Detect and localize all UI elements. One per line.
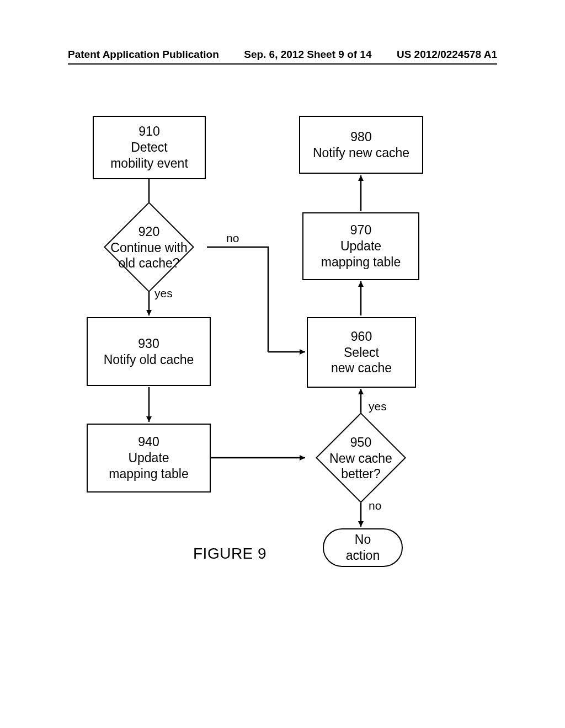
node-text: Update — [340, 238, 381, 254]
process-970: 970 Update mapping table — [302, 212, 419, 280]
node-text: Select — [344, 345, 379, 361]
terminal-text: No — [355, 532, 371, 548]
edge-label-yes: yes — [369, 400, 387, 413]
terminal-text: action — [346, 548, 380, 564]
edge-label-no: no — [226, 232, 239, 245]
header-rule — [68, 63, 497, 65]
figure-caption: FIGURE 9 — [193, 545, 266, 563]
node-text: Update — [128, 450, 169, 466]
node-num: 930 — [138, 336, 159, 352]
node-num: 980 — [350, 129, 371, 145]
node-text: Continue with — [110, 240, 187, 256]
node-num: 950 — [350, 435, 371, 451]
process-910: 910 Detect mobility event — [93, 116, 206, 179]
node-num: 940 — [138, 434, 159, 450]
node-num: 910 — [138, 124, 159, 140]
edge-label-no: no — [369, 499, 381, 512]
node-text: New cache — [329, 451, 392, 467]
edge-label-yes: yes — [154, 287, 173, 300]
node-text: old cache? — [118, 255, 179, 271]
flowchart-diagram: 910 Detect mobility event 980 Notify new… — [77, 116, 452, 568]
node-text: mapping table — [109, 466, 189, 482]
node-num: 920 — [138, 224, 159, 240]
decision-950: 950 New cache better? — [313, 434, 408, 483]
process-980: 980 Notify new cache — [299, 116, 423, 174]
node-num: 960 — [351, 329, 372, 345]
header-center: Sep. 6, 2012 Sheet 9 of 14 — [244, 49, 371, 61]
terminal-no-action: No action — [323, 528, 403, 567]
node-text: Notify new cache — [313, 145, 409, 161]
process-960: 960 Select new cache — [307, 317, 416, 388]
node-text: new cache — [331, 360, 392, 376]
node-text: Notify old cache — [104, 352, 194, 368]
process-930: 930 Notify old cache — [87, 317, 211, 386]
node-text: mapping table — [321, 254, 401, 270]
patent-header: Patent Application Publication Sep. 6, 2… — [0, 49, 565, 61]
decision-920: 920 Continue with old cache? — [97, 223, 201, 272]
node-text: better? — [341, 466, 381, 482]
node-text: Detect — [131, 140, 167, 156]
node-text: mobility event — [110, 156, 188, 172]
process-940: 940 Update mapping table — [87, 424, 211, 493]
header-left: Patent Application Publication — [68, 49, 219, 61]
header-right: US 2012/0224578 A1 — [397, 49, 497, 61]
node-num: 970 — [350, 222, 371, 238]
